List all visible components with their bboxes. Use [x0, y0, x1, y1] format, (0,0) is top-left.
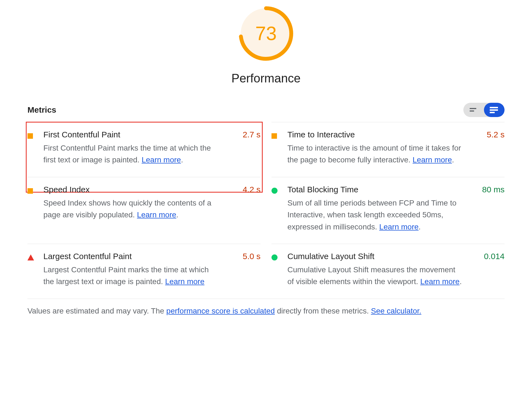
- metric-card: Cumulative Layout ShiftCumulative Layout…: [271, 244, 505, 299]
- view-toggle: [463, 103, 505, 117]
- svg-rect-5: [490, 109, 498, 111]
- metric-description-text: Speed Index shows how quickly the conten…: [43, 199, 211, 219]
- learn-more-link[interactable]: Learn more: [413, 156, 452, 164]
- score-value: 73: [239, 6, 293, 61]
- score-gauge: 73: [239, 6, 293, 61]
- metric-description: Speed Index shows how quickly the conten…: [43, 197, 219, 221]
- learn-more-link[interactable]: Learn more: [142, 156, 181, 164]
- metric-value: 2.7 s: [243, 130, 261, 139]
- expanded-view-icon: [490, 107, 499, 113]
- metric-description: Cumulative Layout Shift measures the mov…: [287, 264, 463, 288]
- metrics-grid: First Contentful PaintFirst Contentful P…: [27, 122, 505, 299]
- metrics-header: Metrics: [27, 103, 505, 117]
- learn-more-link[interactable]: Learn more: [165, 277, 205, 286]
- metric-description: Time to interactive is the amount of tim…: [287, 142, 463, 166]
- svg-rect-3: [470, 110, 474, 112]
- metric-value: 80 ms: [482, 185, 505, 194]
- metric-card: First Contentful PaintFirst Contentful P…: [27, 122, 261, 177]
- metric-card: Largest Contentful PaintLargest Contentf…: [27, 244, 261, 299]
- metric-title: Time to Interactive: [287, 130, 463, 139]
- warning-square-icon: [27, 188, 33, 194]
- compact-view-icon: [470, 107, 478, 113]
- view-expanded-button[interactable]: [484, 103, 505, 117]
- svg-rect-6: [490, 112, 495, 113]
- footer-link-score-calc[interactable]: performance score is calculated: [166, 307, 275, 315]
- score-gauge-section: 73 Performance: [27, 6, 505, 85]
- metric-title: First Contentful Paint: [43, 130, 219, 139]
- metric-value: 5.2 s: [487, 130, 505, 139]
- metric-title: Total Blocking Time: [287, 185, 463, 194]
- learn-more-link[interactable]: Learn more: [137, 210, 176, 219]
- view-compact-button[interactable]: [463, 103, 484, 117]
- metrics-heading: Metrics: [27, 105, 56, 115]
- warning-square-icon: [27, 133, 33, 139]
- footer-note: Values are estimated and may vary. The p…: [27, 299, 505, 315]
- metric-card: Speed IndexSpeed Index shows how quickly…: [27, 177, 261, 244]
- metric-description-text: Sum of all time periods between FCP and …: [287, 199, 457, 231]
- metric-title: Speed Index: [43, 185, 219, 194]
- success-circle-icon: [271, 254, 278, 260]
- lighthouse-performance-panel: 73 Performance Metrics First Contentful …: [0, 0, 532, 315]
- metric-title: Cumulative Layout Shift: [287, 252, 463, 261]
- metric-value: 4.2 s: [243, 185, 261, 194]
- metric-card: Total Blocking TimeSum of all time perio…: [271, 177, 505, 244]
- footer-text-pre: Values are estimated and may vary. The: [27, 307, 166, 315]
- metric-value: 0.014: [484, 252, 505, 261]
- error-triangle-icon: [27, 254, 34, 260]
- score-label: Performance: [231, 71, 301, 85]
- metric-value: 5.0 s: [243, 252, 261, 261]
- metric-card: Time to InteractiveTime to interactive i…: [271, 122, 505, 177]
- warning-square-icon: [271, 133, 277, 139]
- metric-title: Largest Contentful Paint: [43, 252, 219, 261]
- metric-description: First Contentful Paint marks the time at…: [43, 142, 219, 166]
- footer-link-see-calculator[interactable]: See calculator.: [371, 307, 421, 315]
- svg-rect-2: [470, 108, 476, 109]
- metric-description: Largest Contentful Paint marks the time …: [43, 264, 219, 288]
- learn-more-link[interactable]: Learn more: [379, 223, 419, 231]
- learn-more-link[interactable]: Learn more: [420, 277, 460, 286]
- metric-description: Sum of all time periods between FCP and …: [287, 197, 463, 233]
- footer-text-mid: directly from these metrics.: [275, 307, 371, 315]
- svg-rect-4: [490, 107, 498, 108]
- metric-description-text: First Contentful Paint marks the time at…: [43, 144, 211, 164]
- success-circle-icon: [271, 188, 278, 194]
